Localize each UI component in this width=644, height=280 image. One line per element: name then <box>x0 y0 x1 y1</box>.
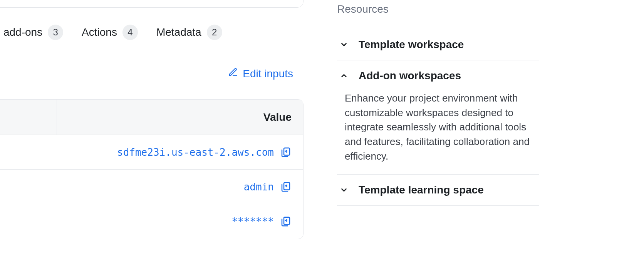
column-divider <box>57 100 57 135</box>
partial-card-top <box>0 0 304 8</box>
tab-badge: 4 <box>122 25 138 40</box>
accordion-header[interactable]: Template workspace <box>337 29 539 60</box>
copy-icon[interactable] <box>280 147 292 158</box>
inputs-table: Value sdfme23i.us-east-2.aws.com admin <box>0 99 304 239</box>
chevron-down-icon <box>339 185 349 195</box>
tab-label: Metadata <box>156 26 201 38</box>
accordion-label: Add-on workspaces <box>359 70 461 82</box>
accordion-body: Enhance your project environment with cu… <box>337 91 539 174</box>
edit-icon <box>228 67 238 80</box>
cell-value-endpoint: sdfme23i.us-east-2.aws.com <box>117 147 274 158</box>
accordion-label: Template workspace <box>359 38 464 51</box>
accordion-label: Template learning space <box>359 184 484 196</box>
cell-value-username: admin <box>244 181 274 193</box>
edit-inputs-button[interactable]: Edit inputs <box>228 67 293 80</box>
chevron-down-icon <box>339 39 349 50</box>
tab-actions[interactable]: Actions 4 <box>82 25 138 40</box>
table-row: sdfme23i.us-east-2.aws.com <box>0 135 303 170</box>
column-header-value: Value <box>263 111 292 123</box>
table-header: Value <box>0 100 303 135</box>
copy-icon[interactable] <box>280 216 292 227</box>
tab-badge: 3 <box>48 25 63 40</box>
accordion-header[interactable]: Add-on workspaces <box>337 60 539 91</box>
tab-addons[interactable]: ed add-ons 3 <box>0 25 63 40</box>
copy-icon[interactable] <box>280 181 292 193</box>
accordion-header[interactable]: Template learning space <box>337 175 539 205</box>
table-row: ******* <box>0 204 303 239</box>
cell-value-password: ******* <box>231 216 274 227</box>
accordion-item-template-workspace: Template workspace <box>337 29 539 60</box>
accordion-item-addon-workspaces: Add-on workspaces Enhance your project e… <box>337 60 539 175</box>
accordion-item-template-learning-space: Template learning space <box>337 175 539 206</box>
resources-sidebar: Resources Template workspace Add-on work… <box>337 3 539 206</box>
chevron-up-icon <box>339 70 349 81</box>
sidebar-title: Resources <box>337 3 539 15</box>
tab-metadata[interactable]: Metadata 2 <box>156 25 222 40</box>
table-row: admin <box>0 170 303 204</box>
tab-badge: 2 <box>207 25 222 40</box>
edit-inputs-row: Edit inputs <box>0 67 295 80</box>
tab-label: Actions <box>82 26 117 38</box>
edit-inputs-label: Edit inputs <box>243 68 293 80</box>
tabs-bar: ed add-ons 3 Actions 4 Metadata 2 <box>0 25 304 51</box>
tab-label: ed add-ons <box>0 26 42 38</box>
